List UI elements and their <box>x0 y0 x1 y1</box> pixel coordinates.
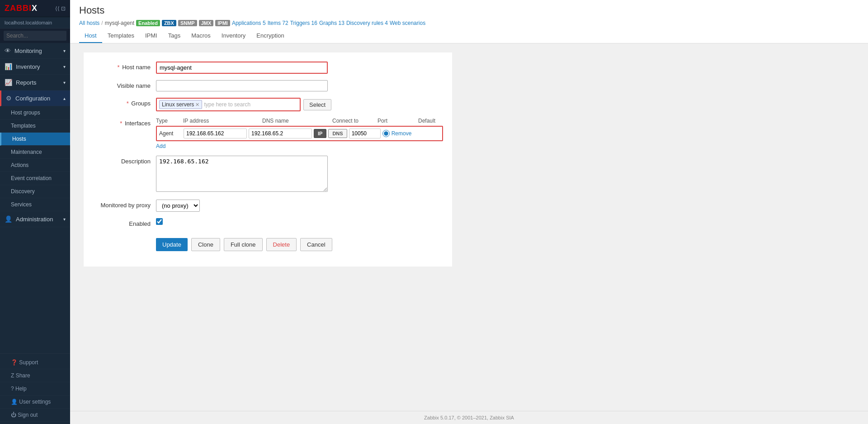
add-interface-link[interactable]: Add <box>156 143 165 149</box>
badge-zbx[interactable]: ZBX <box>162 20 176 26</box>
interfaces-label: * Interfaces <box>84 118 156 127</box>
breadcrumb-graphs[interactable]: Graphs 13 <box>319 20 344 26</box>
tab-encryption[interactable]: Encryption <box>251 29 289 43</box>
sidebar-item-support[interactable]: ❓ Support <box>0 356 70 369</box>
sidebar-item-discovery[interactable]: Discovery <box>0 185 70 198</box>
sidebar-item-label: Configuration <box>15 95 50 102</box>
description-textarea[interactable]: 192.168.65.162 <box>156 156 328 192</box>
interface-dns-input[interactable] <box>249 129 312 138</box>
sidebar-item-templates[interactable]: Templates <box>0 119 70 133</box>
form-row-groups: * Groups Linux servers ✕ type here to se… <box>84 98 443 111</box>
interfaces-header: Type IP address DNS name Connect to Port… <box>156 118 443 124</box>
status-badge-enabled[interactable]: Enabled <box>136 20 160 26</box>
tab-inventory[interactable]: Inventory <box>216 29 251 43</box>
col-default-header: Default <box>416 118 443 124</box>
clone-button[interactable]: Clone <box>191 238 220 251</box>
sidebar-item-sign-out[interactable]: ⏻ Sign out <box>0 409 70 422</box>
breadcrumb-separator: / <box>101 20 103 26</box>
interface-port-input[interactable] <box>349 129 381 138</box>
breadcrumb-items[interactable]: Items 72 <box>268 20 288 26</box>
breadcrumb-web-scenarios[interactable]: Web scenarios <box>390 20 425 26</box>
sidebar-header: ZABBIX ⟨⟨ ⊡ <box>0 0 70 17</box>
sidebar-item-label: Reports <box>16 79 37 86</box>
group-tag-linux-servers: Linux servers ✕ <box>159 100 202 109</box>
connect-ip-button[interactable]: IP <box>314 129 326 138</box>
sidebar-item-user-settings[interactable]: 👤 User settings <box>0 395 70 409</box>
select-button[interactable]: Select <box>303 99 331 110</box>
breadcrumb-all-hosts[interactable]: All hosts <box>79 20 99 26</box>
tab-templates[interactable]: Templates <box>102 29 140 43</box>
interfaces-field: Type IP address DNS name Connect to Port… <box>156 118 443 149</box>
inventory-icon: 📊 <box>5 63 12 70</box>
enabled-checkbox[interactable] <box>156 218 163 225</box>
connect-dns-button[interactable]: DNS <box>328 129 347 138</box>
interface-ip-input[interactable] <box>184 129 247 138</box>
tab-tags[interactable]: Tags <box>163 29 186 43</box>
remove-tag-button[interactable]: ✕ <box>195 102 199 108</box>
proxy-select[interactable]: (no proxy) <box>156 200 200 212</box>
zabbix-logo: ZABBIX <box>5 4 38 13</box>
sidebar-item-inventory[interactable]: 📊 Inventory ▾ <box>0 59 70 75</box>
host-form: * Host name Visible name * Groups <box>84 52 452 267</box>
sidebar-item-hosts[interactable]: Hosts <box>0 133 70 146</box>
sidebar-item-monitoring[interactable]: 👁 Monitoring ▾ <box>0 43 70 59</box>
breadcrumb-current-host: mysql-agent <box>105 20 134 26</box>
sidebar-item-services[interactable]: Services <box>0 198 70 211</box>
sidebar-item-label: Administration <box>16 216 53 223</box>
sidebar-item-event-correlation[interactable]: Event correlation <box>0 172 70 185</box>
required-marker: * <box>120 120 122 127</box>
visible-name-input[interactable] <box>156 80 328 91</box>
hostname-input[interactable] <box>156 62 328 74</box>
tag-label: Linux servers <box>162 101 194 108</box>
sidebar-item-administration[interactable]: 👤 Administration ▾ <box>0 211 70 227</box>
interface-remove-link[interactable]: Remove <box>392 130 412 137</box>
tab-macros[interactable]: Macros <box>186 29 216 43</box>
hostname-field <box>156 62 443 74</box>
tab-ipmi[interactable]: IPMI <box>140 29 163 43</box>
breadcrumb-triggers[interactable]: Triggers 16 <box>290 20 317 26</box>
full-clone-button[interactable]: Full clone <box>224 238 263 251</box>
form-row-visible-name: Visible name <box>84 80 443 91</box>
form-row-hostname: * Host name <box>84 62 443 74</box>
update-button[interactable]: Update <box>156 238 188 251</box>
sidebar-item-share[interactable]: Z Share <box>0 369 70 382</box>
sidebar-item-host-groups[interactable]: Host groups <box>0 106 70 119</box>
action-buttons: Update Clone Full clone Delete Cancel <box>156 238 443 251</box>
sidebar-nav: 👁 Monitoring ▾ 📊 Inventory ▾ 📈 Reports ▾… <box>0 43 70 227</box>
cancel-button[interactable]: Cancel <box>300 238 332 251</box>
sidebar-item-help[interactable]: ? Help <box>0 382 70 395</box>
badge-snmp[interactable]: SNMP <box>178 20 197 26</box>
groups-label: * Groups <box>84 98 156 107</box>
chevron-icon: ▾ <box>63 80 66 85</box>
sidebar-collapse-button[interactable]: ⟨⟨ ⊡ <box>55 5 66 12</box>
sidebar-item-actions[interactable]: Actions <box>0 159 70 172</box>
main-content: Hosts All hosts / mysql-agent Enabled ZB… <box>70 0 868 424</box>
sidebar-item-reports[interactable]: 📈 Reports ▾ <box>0 75 70 91</box>
tab-host[interactable]: Host <box>79 29 102 43</box>
badge-ipmi[interactable]: IPMI <box>215 20 230 26</box>
content-area: * Host name Visible name * Groups <box>70 43 868 411</box>
interface-default-radio[interactable] <box>382 130 390 137</box>
breadcrumb-discovery-rules[interactable]: Discovery rules 4 <box>346 20 388 26</box>
groups-input-box[interactable]: Linux servers ✕ type here to search <box>156 98 301 111</box>
required-marker: * <box>117 64 119 71</box>
badge-jmx[interactable]: JMX <box>199 20 214 26</box>
hostname-label: * Host name <box>84 62 156 71</box>
action-buttons-field: Update Clone Full clone Delete Cancel <box>156 233 443 251</box>
sidebar-item-configuration[interactable]: ⚙ Configuration ▴ <box>0 91 70 106</box>
sidebar-item-label: Inventory <box>16 63 40 70</box>
sidebar-item-label: Monitoring <box>14 48 42 54</box>
footer-text: Zabbix 5.0.17, © 2001–2021, Zabbix SIA <box>424 415 514 420</box>
sidebar-search-input[interactable] <box>4 31 66 41</box>
visible-name-label: Visible name <box>84 80 156 89</box>
form-row-description: Description 192.168.65.162 <box>84 156 443 193</box>
sidebar-bottom: ❓ Support Z Share ? Help 👤 User settings… <box>0 353 70 424</box>
sidebar-item-maintenance[interactable]: Maintenance <box>0 146 70 159</box>
description-field: 192.168.65.162 <box>156 156 443 193</box>
col-connect-header: Connect to <box>330 118 375 124</box>
col-ip-header: IP address <box>181 118 260 124</box>
breadcrumb-applications[interactable]: Applications 5 <box>232 20 266 26</box>
chevron-icon: ▾ <box>63 64 66 69</box>
chevron-icon: ▴ <box>63 96 66 101</box>
delete-button[interactable]: Delete <box>266 238 297 251</box>
